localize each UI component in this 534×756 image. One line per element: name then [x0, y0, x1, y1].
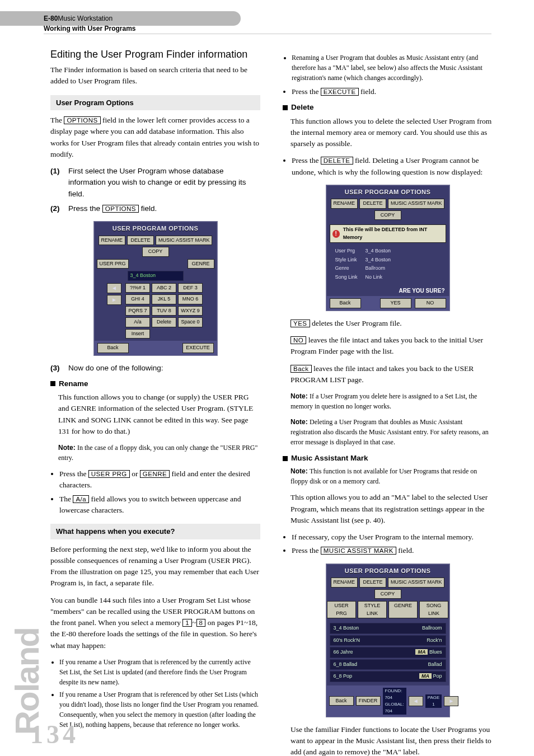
header-product-rest: Music Workstation	[58, 15, 113, 22]
field-num-1: 1	[182, 619, 192, 627]
step-2: (2) Press the OPTIONS field.	[50, 203, 260, 214]
arrow-right-icon[interactable]: ►	[107, 295, 121, 305]
finder-button[interactable]: FINDER	[356, 696, 381, 706]
right-column: Renaming a User Program that doubles as …	[283, 39, 493, 756]
header-product-bold: E-80	[44, 15, 58, 22]
subheading-execute: What happens when you execute?	[50, 524, 260, 539]
ma-list: 3_4 BostonBallroom 60's Rock'NRock'n 66 …	[326, 621, 449, 685]
square-bullet-icon	[283, 456, 288, 461]
field-delete: DELETE	[321, 157, 353, 165]
edit-slot[interactable]: 3_4 Boston	[128, 271, 184, 281]
page-number: 134	[30, 720, 79, 749]
page-prev-icon[interactable]: ◄	[409, 696, 423, 706]
fig1-tabs: RENAME DELETE MUSIC ASSIST MARK COPY	[94, 236, 217, 259]
warning-bar: ! This File will be DELETED from INT Mem…	[330, 224, 446, 243]
options-paragraph: The OPTIONS field in the lower left corn…	[50, 115, 260, 160]
field-user-prg: USER PRG	[88, 470, 130, 478]
delete-heading: Delete	[283, 102, 493, 113]
list-item[interactable]: 66 JahreMA Blues	[330, 647, 446, 658]
back-button[interactable]: Back	[330, 298, 361, 308]
yes-button[interactable]: YES	[380, 298, 411, 308]
tab-delete[interactable]: DELETE	[127, 236, 154, 246]
ma-badge: MA	[419, 673, 432, 679]
doc-header: E-80 Music Workstation	[0, 11, 241, 26]
field-a-slash-a: A/a	[73, 495, 89, 503]
field-execute: EXECUTE	[321, 88, 359, 96]
field-back: Back	[291, 365, 312, 373]
subheading-options: User Program Options	[50, 95, 260, 111]
sort-buttons: USER PRG STYLE LINK GENRE SONG LINK	[326, 601, 449, 621]
ma-badge: MA	[415, 649, 428, 655]
list-item[interactable]: 6_8 BalladBallad	[330, 659, 446, 670]
list-item[interactable]: 60's Rock'NRock'n	[330, 635, 446, 646]
brand-logo: Roland	[8, 628, 46, 735]
field-options: OPTIONS	[64, 116, 100, 124]
tab-ma-mark[interactable]: MUSIC ASSIST MARK	[156, 236, 212, 246]
tab-rename[interactable]: RENAME	[99, 236, 126, 246]
field-yes: YES	[291, 320, 310, 327]
rename-heading: Rename	[50, 378, 260, 389]
ma-heading: Music Assistant Mark	[283, 453, 493, 464]
warning-icon: !	[332, 230, 340, 238]
list-item[interactable]: 3_4 BostonBallroom	[330, 623, 446, 634]
square-bullet-icon	[283, 105, 288, 110]
page-next-icon[interactable]: ►	[444, 696, 458, 706]
header-rule	[44, 34, 491, 34]
figure-rename-keypad: USER PROGRAM OPTIONS RENAME DELETE MUSIC…	[93, 221, 218, 356]
arrow-left-icon[interactable]: ◄	[107, 283, 121, 293]
execute-button[interactable]: EXECUTE	[182, 343, 214, 353]
field-music-assist-mark: MUSIC ASSIST MARK	[321, 547, 396, 555]
figure-delete-confirm: USER PROGRAM OPTIONS RENAME DELETE MUSIC…	[326, 185, 450, 311]
step-1: (1) First select the User Program whose …	[50, 166, 260, 200]
header-sub: Working with User Programs	[44, 25, 135, 32]
genre-button[interactable]: GENRE	[188, 259, 214, 269]
field-no: NO	[291, 336, 306, 344]
field-genre: GENRE	[140, 470, 170, 478]
section-title: Editing the User Program Finder informat…	[50, 47, 260, 62]
step-3: (3) Now do one of the following:	[50, 363, 260, 374]
back-button[interactable]: Back	[97, 343, 129, 353]
keypad: ◄ ► ?!%# 1 ABC 2 DEF 3 GHI 4 JKL 5 MNO 6…	[94, 283, 217, 341]
square-bullet-icon	[50, 381, 55, 386]
back-button[interactable]: Back	[329, 696, 354, 706]
rename-note: Note: In the case of a floppy disk, you …	[58, 443, 260, 463]
no-button[interactable]: NO	[415, 298, 446, 308]
field-num-8: 8	[196, 619, 206, 627]
user-prg-button[interactable]: USER PRG	[97, 259, 129, 269]
figure-ma-list: USER PROGRAM OPTIONS RENAME DELETE MUSIC…	[326, 564, 450, 717]
list-item[interactable]: 6_8 PopMA Pop	[330, 671, 446, 682]
left-column: Editing the User Program Finder informat…	[50, 39, 260, 756]
intro-text: The Finder information is based on searc…	[50, 64, 260, 87]
field-options-2: OPTIONS	[102, 205, 139, 213]
tab-copy[interactable]: COPY	[142, 247, 169, 257]
delete-info: User Prg3_4 Boston Style Link3_4 Boston …	[326, 245, 449, 285]
